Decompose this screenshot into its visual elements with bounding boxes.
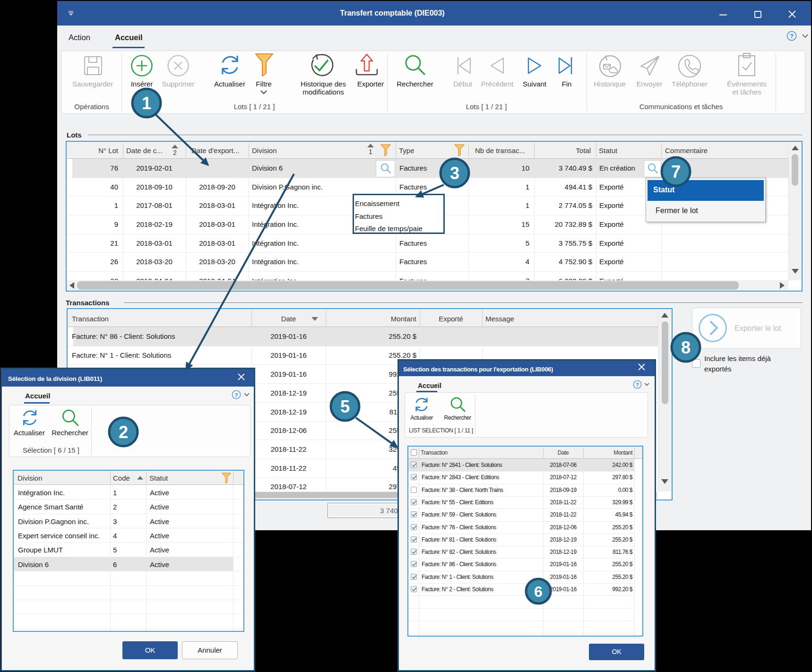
svg-text:1: 1 — [142, 94, 151, 113]
svg-text:8: 8 — [681, 338, 691, 357]
svg-text:5: 5 — [340, 397, 350, 416]
svg-text:2: 2 — [119, 422, 128, 442]
svg-text:7: 7 — [671, 162, 681, 181]
svg-text:3: 3 — [450, 164, 459, 183]
svg-text:6: 6 — [534, 583, 543, 600]
